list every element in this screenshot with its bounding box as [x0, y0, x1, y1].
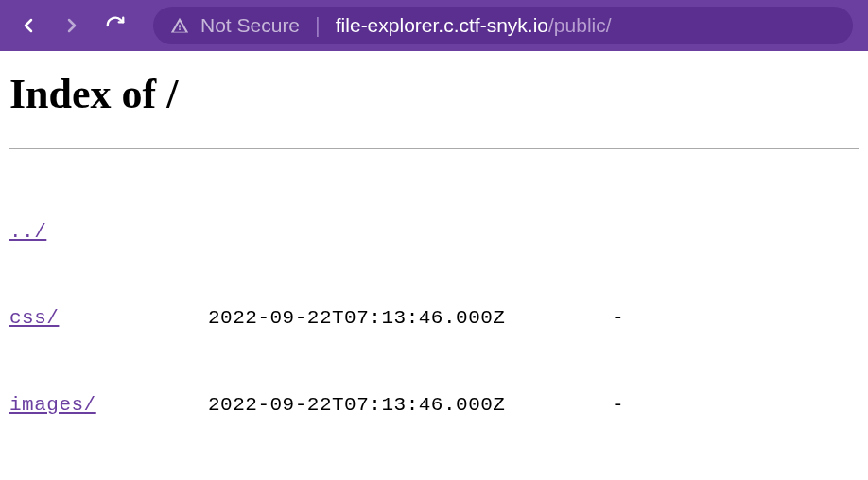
page-title: Index of /	[9, 70, 859, 118]
listing-row: css/2022-09-22T07:13:46.000Z-	[9, 304, 859, 333]
parent-directory-link[interactable]: ../	[9, 221, 46, 243]
browser-toolbar: Not Secure | file-explorer.c.ctf-snyk.io…	[0, 0, 868, 51]
url: file-explorer.c.ctf-snyk.io/public/	[336, 14, 612, 37]
parent-link-row: ../	[9, 218, 859, 247]
url-domain: file-explorer.c.ctf-snyk.io	[336, 14, 548, 36]
directory-link[interactable]: images/	[9, 394, 96, 416]
entry-size: -	[548, 304, 624, 333]
listing-row: images/2022-09-22T07:13:46.000Z-	[9, 391, 859, 420]
entry-date: 2022-09-22T07:13:46.000Z	[208, 391, 548, 420]
reload-button[interactable]	[102, 12, 129, 39]
url-path: /public/	[548, 14, 612, 36]
back-button[interactable]	[15, 12, 42, 39]
warning-icon	[170, 16, 189, 35]
entry-size: -	[548, 391, 624, 420]
entry-date: 2022-09-22T07:13:46.000Z	[208, 304, 548, 333]
page-content: Index of / ../ css/2022-09-22T07:13:46.0…	[0, 51, 868, 480]
directory-listing: ../ css/2022-09-22T07:13:46.000Z- images…	[9, 149, 859, 480]
separator: |	[315, 13, 321, 38]
address-bar[interactable]: Not Secure | file-explorer.c.ctf-snyk.io…	[153, 7, 853, 44]
security-status: Not Secure	[200, 14, 300, 37]
directory-link[interactable]: css/	[9, 307, 59, 329]
forward-button[interactable]	[59, 12, 85, 39]
